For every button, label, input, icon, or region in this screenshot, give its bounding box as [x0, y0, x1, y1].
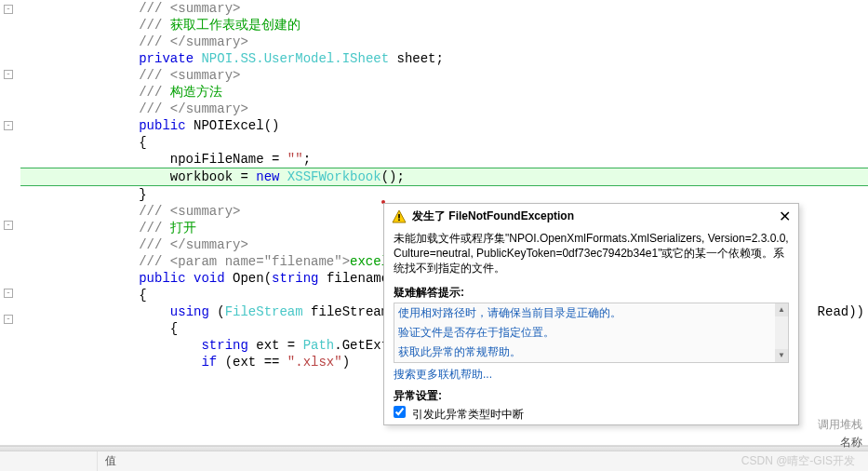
- code-line[interactable]: /// 构造方法: [20, 84, 868, 101]
- watermark: CSDN @晴空-GIS开发: [741, 453, 855, 469]
- hints-listbox[interactable]: 使用相对路径时，请确保当前目录是正确的。 验证文件是否存在于指定位置。 获取此异…: [394, 303, 789, 363]
- code-line[interactable]: /// 获取工作表或是创建的: [20, 17, 868, 34]
- hints-label: 疑难解答提示:: [384, 281, 798, 303]
- code-line[interactable]: private NPOI.SS.UserModel.ISheet sheet;: [20, 50, 868, 67]
- code-line[interactable]: /// </summary>: [20, 34, 868, 50]
- popup-title: 发生了 FileNotFoundException: [412, 209, 779, 224]
- settings-label: 异常设置:: [384, 386, 798, 404]
- close-icon[interactable]: ✕: [779, 208, 791, 225]
- code-line[interactable]: public NPOIExcel(): [20, 117, 868, 134]
- code-line[interactable]: }: [20, 186, 868, 203]
- fold-toggle[interactable]: -: [4, 70, 13, 79]
- svg-rect-1: [398, 214, 400, 219]
- call-stack-label[interactable]: 调用堆栈: [818, 417, 862, 433]
- svg-rect-2: [398, 219, 400, 221]
- fold-toggle[interactable]: -: [4, 315, 13, 324]
- hint-link[interactable]: 使用相对路径时，请确保当前目录是正确的。: [394, 303, 788, 323]
- fold-toggle[interactable]: -: [4, 121, 13, 130]
- scrollbar[interactable]: ▲ ▼: [775, 303, 788, 362]
- fold-toggle[interactable]: -: [4, 289, 13, 298]
- code-line[interactable]: workbook = new XSSFWorkbook();: [20, 168, 868, 186]
- search-more-link[interactable]: 搜索更多联机帮助...: [384, 363, 798, 386]
- break-checkbox-row[interactable]: 引发此异常类型时中断: [384, 404, 798, 424]
- scroll-up-icon[interactable]: ▲: [775, 303, 788, 316]
- name-column-header: 名称: [840, 435, 862, 451]
- warning-icon: [392, 209, 407, 224]
- code-line[interactable]: {: [20, 134, 868, 151]
- break-on-exception-checkbox[interactable]: [394, 406, 406, 418]
- bottom-panel: 值: [0, 445, 868, 471]
- hint-link[interactable]: 验证文件是否存在于指定位置。: [394, 323, 788, 343]
- locals-name-col: [0, 451, 98, 471]
- fold-toggle[interactable]: -: [4, 5, 13, 14]
- checkbox-label: 引发此异常类型时中断: [412, 408, 524, 421]
- code-line[interactable]: npoiFileName = "";: [20, 151, 868, 168]
- code-line[interactable]: /// </summary>: [20, 101, 868, 117]
- code-line[interactable]: /// <summary>: [20, 0, 868, 17]
- exception-popup: 发生了 FileNotFoundException ✕ 未能加载文件或程序集"N…: [383, 203, 799, 425]
- scroll-down-icon[interactable]: ▼: [775, 349, 788, 362]
- locals-value-header: 值: [98, 451, 124, 471]
- popup-header: 发生了 FileNotFoundException ✕: [384, 204, 798, 227]
- hint-link[interactable]: 获取此异常的常规帮助。: [394, 343, 788, 362]
- popup-message: 未能加载文件或程序集"NPOI.OpenXmlFormats.XmlSerial…: [384, 227, 798, 281]
- code-line[interactable]: /// <summary>: [20, 67, 868, 84]
- fold-toggle[interactable]: -: [4, 221, 13, 230]
